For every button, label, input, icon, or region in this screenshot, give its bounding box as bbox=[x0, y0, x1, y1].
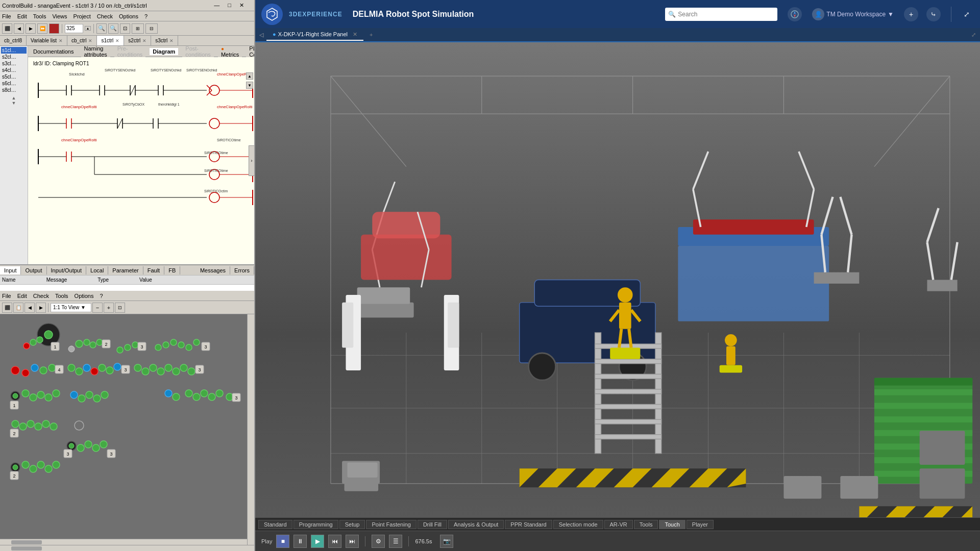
arrange-btn[interactable]: ⊟ bbox=[145, 23, 158, 34]
menu-views[interactable]: Views bbox=[52, 13, 67, 19]
menu-options[interactable]: Options bbox=[119, 13, 138, 19]
menu-edit[interactable]: Edit bbox=[17, 13, 27, 19]
menu2-tools[interactable]: Tools bbox=[55, 293, 68, 299]
btm-tab-setup[interactable]: Setup bbox=[339, 520, 365, 529]
tb-btn-stop[interactable] bbox=[49, 23, 59, 34]
3d-viewport[interactable]: Simulation Tools » ⬜ 🤖 ~ 📊 → bbox=[255, 42, 980, 517]
menu2-check[interactable]: Check bbox=[33, 293, 49, 299]
pause-btn[interactable]: ⏸ bbox=[293, 535, 307, 548]
diag-tab-pre[interactable]: Pre-conditions bbox=[114, 46, 146, 58]
3dx-back-btn[interactable]: ◁ bbox=[259, 32, 263, 38]
graph-hscroll[interactable] bbox=[0, 539, 247, 545]
tab-close-icon[interactable]: ✕ bbox=[353, 31, 357, 38]
minimize-btn[interactable]: — bbox=[214, 2, 219, 9]
tree-item-s8cl[interactable]: s8cl… bbox=[1, 87, 27, 93]
share-btn[interactable]: ⤷ bbox=[926, 7, 941, 21]
tree-scroll-down[interactable]: ▼ bbox=[1, 101, 27, 106]
fit-all-btn[interactable]: ⊞ bbox=[132, 23, 144, 34]
tb2-btn1[interactable]: ⬛ bbox=[2, 303, 12, 313]
menu2-edit[interactable]: Edit bbox=[17, 293, 27, 299]
tab-s1ctrl[interactable]: s1ctrl ✕ bbox=[97, 36, 124, 45]
diag-tab-plc[interactable]: PLC Code bbox=[246, 46, 254, 58]
tab-x-dkp[interactable]: ● X-DKP-V1-Right Side Panel ✕ bbox=[266, 29, 363, 41]
tab-cbctrl8[interactable]: cb_ctrl8 bbox=[0, 36, 27, 45]
btm-tab-ppr[interactable]: PPR Standard bbox=[505, 520, 552, 529]
graph-hscroll-thumb[interactable] bbox=[11, 540, 42, 544]
close-btn[interactable]: ✕ bbox=[239, 2, 244, 9]
stop-btn[interactable]: ■ bbox=[276, 535, 289, 548]
io-tab-input[interactable]: Input bbox=[0, 266, 21, 274]
add-btn[interactable]: + bbox=[904, 7, 918, 21]
dsx-logo-btn[interactable] bbox=[261, 4, 283, 25]
tree-item-s4cl[interactable]: s4cl… bbox=[1, 67, 27, 73]
diag-tab-diagram[interactable]: Diagram bbox=[150, 48, 178, 55]
menu-project[interactable]: Project bbox=[74, 13, 91, 19]
tb-btn-4[interactable]: ⏩ bbox=[37, 23, 47, 34]
zoom-in-btn[interactable]: 🔍 bbox=[108, 23, 118, 34]
compass-icon-btn[interactable] bbox=[788, 7, 802, 21]
tb2-zoom-in[interactable]: + bbox=[104, 303, 114, 313]
btm-tab-tools[interactable]: Tools bbox=[634, 520, 658, 529]
menu-check[interactable]: Check bbox=[97, 13, 113, 19]
tab-variable-list-close[interactable]: ✕ bbox=[59, 38, 63, 43]
menu2-help[interactable]: ? bbox=[100, 293, 103, 299]
tree-item-s1cl[interactable]: s1cl… bbox=[1, 47, 27, 54]
rewind-btn[interactable]: ⏮ bbox=[328, 535, 341, 548]
list-btn[interactable]: ☰ bbox=[389, 535, 402, 548]
menu-file[interactable]: File bbox=[2, 13, 11, 19]
tb-btn-1[interactable]: ⬛ bbox=[2, 23, 12, 34]
diag-tab-metrics[interactable]: ● Metrics bbox=[218, 46, 242, 58]
btm-tab-programming[interactable]: Programming bbox=[293, 520, 338, 529]
btm-tab-standard[interactable]: Standard bbox=[258, 520, 292, 529]
tree-scroll-up[interactable]: ▲ bbox=[1, 95, 27, 101]
tree-item-s5cl[interactable]: s5cl… bbox=[1, 73, 27, 80]
diag-tab-naming[interactable]: Naming attributes bbox=[81, 46, 110, 58]
workspace-selector[interactable]: 👤 TM Demo Workspace ▼ bbox=[812, 8, 894, 20]
zoom-out-btn[interactable]: 🔍 bbox=[96, 23, 107, 34]
io-tab-errors[interactable]: Errors bbox=[230, 266, 254, 274]
tab-s3ctrl-close[interactable]: ✕ bbox=[169, 38, 174, 43]
menu2-file[interactable]: File bbox=[2, 293, 11, 299]
tab-add[interactable]: + bbox=[363, 30, 379, 40]
io-tab-messages[interactable]: Messages bbox=[196, 266, 230, 274]
diag-tab-docs[interactable]: Documentations bbox=[30, 48, 77, 55]
menu2-options[interactable]: Options bbox=[75, 293, 94, 299]
btm-tab-point-fastening[interactable]: Point Fastening bbox=[366, 520, 416, 529]
btm-tab-analysis[interactable]: Analysis & Output bbox=[448, 520, 504, 529]
btm-tab-touch[interactable]: Touch bbox=[659, 520, 685, 529]
fast-forward-btn[interactable]: ⏭ bbox=[346, 535, 359, 548]
tree-item-s6cl[interactable]: s6cl… bbox=[1, 80, 27, 87]
tab-bar-expand[interactable]: ⤢ bbox=[971, 32, 976, 38]
capture-btn[interactable]: 📷 bbox=[440, 535, 453, 548]
diag-tab-post[interactable]: Post-conditions bbox=[182, 46, 214, 58]
diagram-scroll-up[interactable]: ▲ bbox=[246, 72, 253, 80]
tb2-zoom-out[interactable]: − bbox=[92, 303, 103, 313]
btm-tab-drill-fill[interactable]: Drill Fill bbox=[418, 520, 447, 529]
zoom-fit-btn[interactable]: ⊡ bbox=[120, 23, 130, 34]
tb2-btn2[interactable]: 📋 bbox=[13, 303, 23, 313]
io-tab-local[interactable]: Local bbox=[86, 266, 108, 274]
menu-help[interactable]: ? bbox=[144, 13, 148, 19]
btm-tab-arvr[interactable]: AR-VR bbox=[604, 520, 633, 529]
io-tab-fb[interactable]: FB bbox=[164, 266, 180, 274]
step-input[interactable]: 325 bbox=[65, 24, 83, 33]
tree-item-s3cl[interactable]: s3cl… bbox=[1, 60, 27, 67]
step-up[interactable]: ▲ bbox=[85, 26, 91, 31]
maximize-btn[interactable]: □ bbox=[228, 2, 231, 9]
tab-cbctrl[interactable]: cb_ctrl ✕ bbox=[67, 36, 97, 45]
tab-s2ctrl[interactable]: s2ctrl ✕ bbox=[124, 36, 151, 45]
left-bottom-hscroll[interactable] bbox=[0, 545, 254, 551]
settings-btn[interactable]: ⚙ bbox=[372, 535, 385, 548]
tab-s2ctrl-close[interactable]: ✕ bbox=[142, 38, 146, 43]
diagram-expand-btn[interactable]: › bbox=[249, 145, 254, 176]
dsx-search-box[interactable]: 🔍 bbox=[665, 8, 777, 21]
io-tab-param[interactable]: Parameter bbox=[108, 266, 143, 274]
diagram-scroll-down[interactable]: ▼ bbox=[246, 82, 253, 89]
play-btn[interactable]: ▶ bbox=[311, 535, 324, 548]
btm-tab-player[interactable]: Player bbox=[687, 520, 714, 529]
view-dropdown[interactable]: 1:1 To View ▼ bbox=[51, 303, 91, 312]
tb-btn-3[interactable]: ▶ bbox=[26, 23, 36, 34]
tb2-btn4[interactable]: ▶ bbox=[36, 303, 46, 313]
search-input[interactable] bbox=[678, 11, 774, 18]
io-tab-io[interactable]: Input/Output bbox=[47, 266, 87, 274]
